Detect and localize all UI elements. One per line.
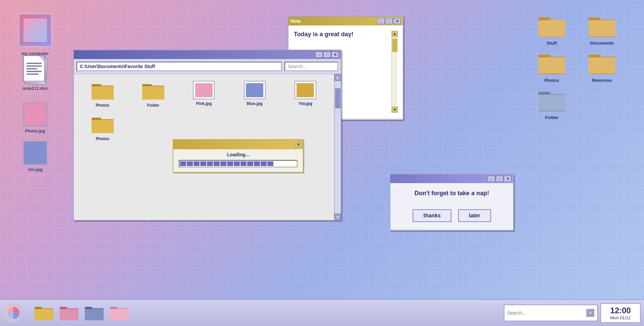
svg-rect-31 <box>60 309 78 320</box>
blue-jpg-frame <box>244 81 266 99</box>
file-item-pink[interactable]: Pink.jpg <box>182 81 226 108</box>
desktop-folder-stuff[interactable]: Stuff <box>530 13 574 46</box>
loading-close-btn[interactable]: ✕ <box>295 142 302 148</box>
loading-block-12 <box>254 161 260 166</box>
file-item-photos-1[interactable]: Photos <box>80 81 124 108</box>
desktop-folder-documents[interactable]: Documents <box>580 13 624 46</box>
taskbar-search-icon: ✕ <box>586 309 594 317</box>
stuff-folder-icon <box>537 13 567 39</box>
svg-rect-21 <box>142 86 164 100</box>
note-doc-image <box>23 55 47 84</box>
svg-rect-9 <box>538 57 565 73</box>
my-computer-icon[interactable]: my computer <box>18 13 52 56</box>
path-bar[interactable]: C:\User\Documents\Favorite Stuff <box>76 62 282 71</box>
blue-jpg-preview <box>246 83 263 97</box>
note-scrollbar: ▲ ▼ <box>391 31 397 113</box>
file-item-blue-label: Blue.jpg <box>247 101 263 106</box>
scroll-up-btn[interactable]: ▲ <box>334 74 341 81</box>
taskbar-folder-4[interactable] <box>108 303 130 323</box>
taskbar-folder-blue-icon <box>84 304 104 322</box>
explorer-minimize-btn[interactable]: □ <box>315 52 323 58</box>
explorer-maximize-btn[interactable]: □ <box>323 52 331 58</box>
memories-folder-icon <box>587 51 617 76</box>
note-scroll-up[interactable]: ▲ <box>392 31 398 37</box>
desktop-folder-memories[interactable]: Memories <box>580 51 624 83</box>
nap-dialog-message: Don't forget to take a nap! <box>397 190 506 197</box>
taskbar-folder-yellow-icon <box>34 304 54 322</box>
svg-rect-6 <box>589 20 615 36</box>
uni-jpg-icon[interactable]: Uni.jpg <box>18 141 52 172</box>
loading-block-3 <box>194 161 200 166</box>
nap-dialog-titlebar-buttons: □ □ ✕ <box>488 176 511 182</box>
taskbar-folders <box>26 303 266 323</box>
file-item-photos-2[interactable]: Photos <box>80 114 124 141</box>
documents-folder-label: Documents <box>590 41 614 46</box>
my-computer-screen <box>23 18 47 42</box>
file-item-blue[interactable]: Blue.jpg <box>233 81 277 108</box>
svg-rect-34 <box>85 309 104 320</box>
loading-titlebar: ✕ <box>173 140 303 149</box>
taskbar-folder-2[interactable] <box>58 303 80 323</box>
taskbar-search-input[interactable] <box>507 310 584 316</box>
note-titlebar: Note □ □ ✕ <box>288 17 403 25</box>
explorer-search-placeholder: Search... <box>288 64 307 69</box>
clock-date: Mon.01/11 <box>605 315 636 320</box>
taskbar-folder-pink-icon <box>59 304 79 322</box>
nap-dialog-close-btn[interactable]: ✕ <box>504 176 511 182</box>
nap-dialog-maximize-btn[interactable]: □ <box>496 176 503 182</box>
loading-block-2 <box>187 161 193 166</box>
documents-folder-icon <box>587 13 617 39</box>
explorer-search-bar[interactable]: Search... <box>284 62 338 71</box>
folder-folder-label: Folder <box>545 115 558 120</box>
svg-rect-15 <box>538 95 565 111</box>
file-item-folder[interactable]: Folder <box>131 81 175 108</box>
photo-jpg-icon[interactable]: Photo.jpg <box>18 102 52 133</box>
loading-block-1 <box>180 161 186 166</box>
taskbar-folder-1[interactable] <box>33 303 55 323</box>
loading-block-14 <box>267 161 273 166</box>
note-scroll-thumb <box>392 39 397 52</box>
explorer-close-btn[interactable]: ✕ <box>331 52 339 58</box>
desktop-folder-photos[interactable]: Photos <box>530 51 574 83</box>
note-maximize-btn[interactable]: □ <box>385 18 393 24</box>
ylw-jpg-preview <box>297 83 314 97</box>
photo-jpg-label: Photo.jpg <box>25 128 45 133</box>
folder-icon-blue <box>537 88 567 113</box>
loading-block-8 <box>227 161 233 166</box>
file-item-photos-2-label: Photos <box>96 137 109 141</box>
loading-bar-container <box>179 160 298 167</box>
taskbar-search[interactable]: ✕ <box>504 305 598 321</box>
thanks-button[interactable]: thanks <box>413 209 451 222</box>
photos-folder-label: Photos <box>544 78 559 83</box>
file-explorer-toolbar: C:\User\Documents\Favorite Stuff Search.… <box>74 59 341 74</box>
taskbar-start-button[interactable] <box>3 303 23 323</box>
svg-rect-28 <box>35 309 53 320</box>
file-item-photos-1-label: Photos <box>96 103 109 108</box>
scroll-down-btn[interactable]: ▼ <box>334 214 341 220</box>
my-computer-image <box>18 13 52 47</box>
taskbar-folder-3[interactable] <box>83 303 105 323</box>
clock-time: 12:00 <box>605 306 636 315</box>
svg-rect-37 <box>110 309 129 320</box>
photo-jpg-image <box>23 102 47 126</box>
loading-block-6 <box>214 161 220 166</box>
nap-dialog-window: □ □ ✕ Don't forget to take a nap! thanks… <box>390 174 514 231</box>
note-scroll-down[interactable]: ▼ <box>392 107 398 113</box>
loading-block-11 <box>247 161 253 166</box>
taskbar-folder-lightpink-icon <box>109 304 129 322</box>
note-close-btn[interactable]: ✕ <box>393 18 401 24</box>
file-item-folder-label: Folder <box>147 103 159 108</box>
later-button[interactable]: later <box>458 209 491 222</box>
note-doc-icon[interactable]: note111.doc <box>18 55 52 91</box>
nap-dialog-minimize-btn[interactable]: □ <box>488 176 495 182</box>
file-explorer-titlebar-buttons: □ □ ✕ <box>315 52 339 58</box>
loading-bar <box>180 161 296 166</box>
ylw-jpg-frame <box>294 81 316 99</box>
photos-folder-icon <box>91 81 114 101</box>
uni-jpg-label: Uni.jpg <box>28 167 43 172</box>
note-doc-label: note111.doc <box>22 86 48 91</box>
file-item-ylw[interactable]: Ylw.jpg <box>283 81 327 108</box>
note-titlebar-buttons: □ □ ✕ <box>377 18 401 24</box>
desktop-folder-folder[interactable]: Folder <box>530 88 574 120</box>
note-minimize-btn[interactable]: □ <box>377 18 385 24</box>
